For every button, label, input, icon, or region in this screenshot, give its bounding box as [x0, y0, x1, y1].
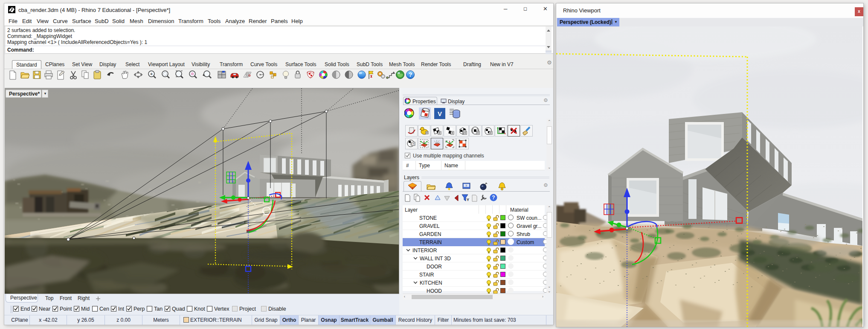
svg-text:?: ? — [465, 184, 467, 187]
svg-text:V: V — [438, 110, 442, 117]
svg-text:Y: Y — [467, 198, 469, 202]
svg-text:?!: ?! — [412, 142, 415, 146]
svg-text:+: + — [150, 71, 153, 76]
svg-text:?: ? — [409, 71, 412, 78]
svg-text:?: ? — [492, 195, 495, 201]
